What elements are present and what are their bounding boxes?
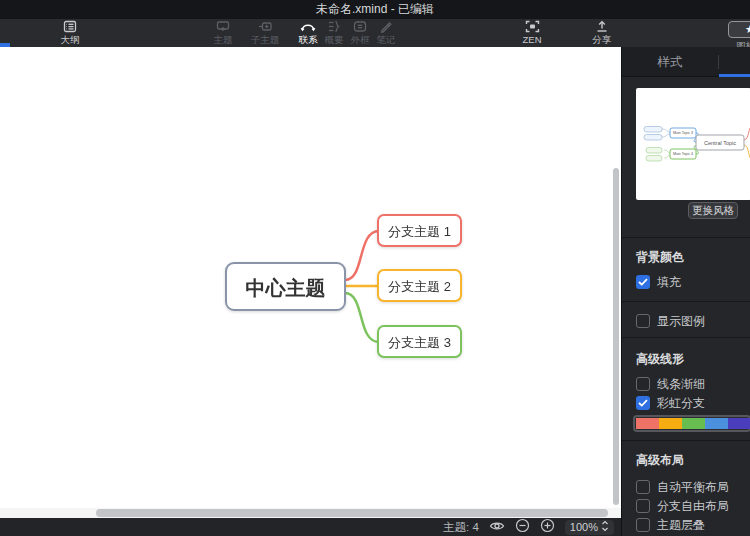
change-style-button[interactable]: 更换风格 xyxy=(688,202,738,219)
outline-button[interactable]: 大纲 xyxy=(50,20,90,45)
zen-mode-button[interactable]: ZEN xyxy=(512,20,552,45)
preview-topic4-text: Main Topic 4 xyxy=(673,152,693,156)
add-subtopic-label: 子主题 xyxy=(251,34,280,45)
topic-overlap-checkbox-unchecked-icon[interactable] xyxy=(636,518,650,532)
section-divider xyxy=(622,440,750,441)
zoom-in-button[interactable] xyxy=(540,518,555,536)
zoom-level-value: 100% xyxy=(570,521,598,533)
share-icon xyxy=(595,20,609,33)
preview-central-text: Central Topic xyxy=(704,140,736,146)
zoom-level-control[interactable]: 100% xyxy=(565,520,614,535)
toolbar: 大纲 主题 子主题 xyxy=(0,19,750,47)
add-subtopic-icon xyxy=(258,20,272,33)
summary-icon xyxy=(327,20,341,33)
summary-label: 概要 xyxy=(325,34,344,45)
rainbow-swatch-orange xyxy=(659,418,682,429)
format-panel: 样式 Main Topic 3 xyxy=(621,47,750,536)
section-divider xyxy=(622,337,750,338)
show-legend-checkbox-unchecked-icon[interactable] xyxy=(636,314,650,328)
branch3-text: 分支主题 3 xyxy=(388,335,451,350)
branch1-text: 分支主题 1 xyxy=(388,224,451,239)
rainbow-swatch-blue xyxy=(705,418,728,429)
central-topic-text: 中心主题 xyxy=(246,277,326,299)
horizontal-scrollbar-track xyxy=(0,508,621,518)
style-preview-map: Main Topic 3 Main Topic 4 Central Topic xyxy=(636,88,750,200)
show-legend-label: 显示图例 xyxy=(657,313,705,330)
note-label: 笔记 xyxy=(377,34,396,45)
share-button[interactable]: 分享 xyxy=(584,20,620,45)
show-legend-checkbox-row[interactable]: 显示图例 xyxy=(636,313,705,329)
outline-label: 大纲 xyxy=(61,34,80,45)
add-topic-button[interactable]: 主题 xyxy=(205,20,241,45)
add-topic-icon xyxy=(216,20,230,33)
mindmap-canvas[interactable]: 中心主题 分支主题 1 分支主题 2 分支主题 3 xyxy=(0,47,621,518)
section-divider xyxy=(622,237,750,238)
rainbow-branch-checkbox-row[interactable]: 彩虹分支 xyxy=(636,395,705,411)
horizontal-scrollbar[interactable] xyxy=(96,509,608,517)
boundary-icon xyxy=(353,20,367,33)
pitch-mode-button[interactable] xyxy=(489,518,505,536)
auto-balance-checkbox-unchecked-icon[interactable] xyxy=(636,480,650,494)
window-title: 未命名.xmind - 已编辑 xyxy=(316,1,434,18)
rainbow-branch-checkbox-checked-icon[interactable] xyxy=(636,396,650,410)
topic-overlap-label: 主题层叠 xyxy=(657,517,705,534)
panel-tabbar: 样式 xyxy=(622,47,750,77)
fill-checkbox-row[interactable]: 填充 xyxy=(636,274,681,290)
share-label: 分享 xyxy=(593,34,612,45)
tapered-lines-checkbox-unchecked-icon[interactable] xyxy=(636,377,650,391)
rainbow-swatch-purple xyxy=(728,418,750,429)
topic-count: 主题: 4 xyxy=(443,520,479,535)
free-layout-checkbox-unchecked-icon[interactable] xyxy=(636,499,650,513)
branch-topic-1[interactable]: 分支主题 1 xyxy=(378,215,461,246)
zoom-stepper-icon xyxy=(601,518,609,536)
mindmap: 中心主题 分支主题 1 分支主题 2 分支主题 3 xyxy=(0,47,621,518)
rainbow-palette-button[interactable] xyxy=(633,415,750,432)
auto-balance-checkbox-row[interactable]: 自动平衡布局 xyxy=(636,479,729,495)
outline-icon xyxy=(63,20,77,33)
auto-balance-label: 自动平衡布局 xyxy=(657,479,729,496)
relationship-label: 联系 xyxy=(299,34,318,45)
style-preview-thumbnail[interactable]: Main Topic 3 Main Topic 4 Central Topic xyxy=(636,88,750,200)
background-color-heading: 背景颜色 xyxy=(636,249,684,266)
star-icon: ★ xyxy=(745,23,750,36)
xmind-window: 未命名.xmind - 已编辑 大纲 主题 xyxy=(0,0,750,536)
branch3-connector xyxy=(345,293,379,342)
zoom-out-button[interactable] xyxy=(515,518,530,536)
boundary-label: 外框 xyxy=(351,34,370,45)
note-icon xyxy=(379,20,393,33)
advanced-line-heading: 高级线形 xyxy=(636,351,684,368)
note-button[interactable]: 笔记 xyxy=(368,20,404,45)
rainbow-swatch-red xyxy=(636,418,659,429)
free-layout-label: 分支自由布局 xyxy=(657,498,729,515)
tapered-lines-label: 线条渐细 xyxy=(657,376,705,393)
central-topic[interactable]: 中心主题 xyxy=(226,263,345,310)
branch-topic-3[interactable]: 分支主题 3 xyxy=(378,326,461,357)
add-subtopic-button[interactable]: 子主题 xyxy=(243,20,287,45)
branch2-text: 分支主题 2 xyxy=(388,279,451,294)
section-divider xyxy=(622,301,750,302)
add-topic-label: 主题 xyxy=(214,34,233,45)
fill-checkbox-checked-icon[interactable] xyxy=(636,275,650,289)
markers-button[interactable]: ★ xyxy=(728,21,750,38)
tapered-lines-checkbox-row[interactable]: 线条渐细 xyxy=(636,376,705,392)
vertical-scrollbar[interactable] xyxy=(613,168,619,505)
topic-overlap-checkbox-row[interactable]: 主题层叠 xyxy=(636,517,705,533)
zen-mode-icon xyxy=(525,20,540,33)
plus-circle-icon xyxy=(540,518,555,536)
relationship-icon xyxy=(300,20,316,33)
tab-style[interactable]: 样式 xyxy=(622,47,718,77)
window-titlebar: 未命名.xmind - 已编辑 xyxy=(0,0,750,19)
statusbar: 主题: 4 100% xyxy=(0,518,621,536)
rainbow-branch-label: 彩虹分支 xyxy=(657,395,705,412)
eye-icon xyxy=(489,518,505,536)
free-layout-checkbox-row[interactable]: 分支自由布局 xyxy=(636,498,729,514)
branch-topic-2[interactable]: 分支主题 2 xyxy=(378,270,461,301)
preview-topic3-text: Main Topic 3 xyxy=(673,131,693,135)
minus-circle-icon xyxy=(515,518,530,536)
zen-mode-label: ZEN xyxy=(523,34,542,45)
branch1-connector xyxy=(345,231,379,280)
active-tab-underline xyxy=(719,74,750,77)
rainbow-swatch-green xyxy=(682,418,705,429)
tab-canvas-selected[interactable] xyxy=(719,47,750,77)
advanced-layout-heading: 高级布局 xyxy=(636,452,684,469)
